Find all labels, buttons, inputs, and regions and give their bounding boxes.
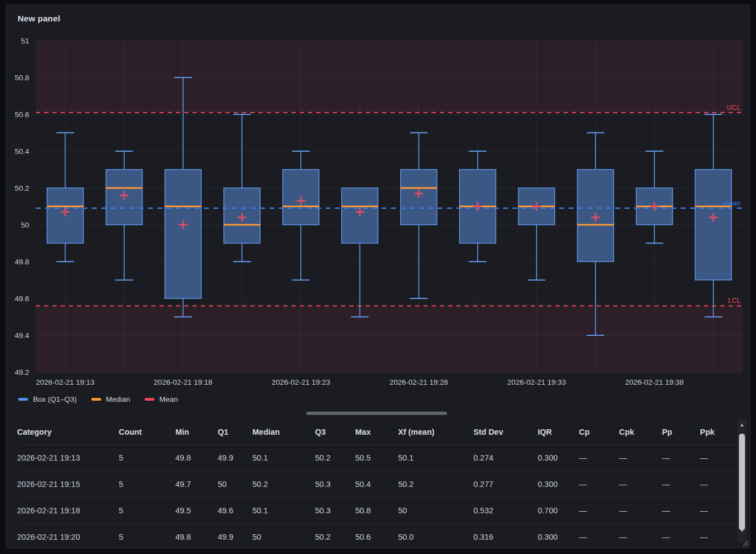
y-axis-tick-label: 50.2 — [15, 184, 29, 192]
table-cell: 0.277 — [473, 471, 538, 497]
column-header[interactable]: Median — [252, 419, 315, 445]
table-cell: 2026-02-21 19:18 — [17, 497, 119, 524]
legend-item-mean[interactable]: Mean — [145, 395, 178, 403]
legend-label-mean: Mean — [159, 395, 178, 403]
x-axis-tick-label: 2026-02-21 19:13 — [36, 378, 95, 386]
table-cell: — — [619, 445, 662, 471]
scroll-down-icon[interactable]: ▼ — [737, 526, 747, 535]
table-cell: 50.0 — [398, 524, 473, 548]
table-cell: 50.2 — [252, 471, 315, 497]
column-header[interactable]: Cpk — [619, 419, 662, 445]
lcl-zone — [36, 306, 743, 372]
column-header[interactable]: Max — [355, 419, 398, 445]
box-group[interactable] — [341, 188, 378, 317]
table-cell: 0.300 — [538, 471, 579, 497]
table-cell: 5 — [119, 497, 175, 524]
box-group[interactable] — [47, 133, 84, 262]
table-row: 2026-02-21 19:18549.549.650.150.350.8500… — [17, 497, 737, 524]
table-cell: — — [579, 524, 619, 548]
table-cell: — — [700, 471, 737, 497]
ucl-label: UCL — [727, 104, 741, 112]
table-cell: — — [579, 471, 619, 497]
y-axis-tick-label: 49.4 — [15, 331, 30, 340]
table-cell: 50.2 — [398, 471, 473, 497]
table-header-row: CategoryCountMinQ1MedianQ3MaxXf (mean)St… — [17, 419, 737, 445]
column-header[interactable]: Xf (mean) — [398, 419, 473, 445]
y-axis-tick-label: 49.6 — [15, 295, 29, 303]
table-cell: — — [579, 445, 619, 471]
column-header[interactable]: Category — [17, 419, 119, 445]
scroll-up-icon[interactable]: ▲ — [737, 420, 747, 429]
boxplot-chart: 5150.850.650.450.25049.849.649.449.2UCLL… — [6, 5, 751, 393]
y-axis-tick-label: 50.8 — [15, 74, 29, 82]
table-cell: 5 — [119, 445, 175, 471]
x-axis-tick-label: 2026-02-21 19:18 — [154, 378, 213, 386]
boxplot-svg: 5150.850.650.450.25049.849.649.449.2UCLL… — [6, 5, 751, 393]
box-group[interactable] — [283, 151, 319, 280]
table-cell: — — [619, 524, 662, 548]
table-cell: 50 — [252, 524, 315, 548]
ucl-zone — [36, 41, 743, 113]
table-cell: 50.5 — [355, 445, 398, 471]
table-cell: 50.1 — [252, 445, 315, 471]
table-cell: 49.8 — [175, 445, 218, 471]
table-cell: 0.532 — [473, 497, 538, 524]
table-cell: — — [619, 471, 662, 497]
table-cell: 0.300 — [538, 445, 579, 471]
y-axis-tick-label: 51 — [21, 37, 29, 45]
table-cell: 50 — [398, 497, 473, 524]
mean-label: mean — [724, 200, 741, 207]
table-cell: 50.2 — [315, 524, 355, 548]
table-cell: 50.1 — [398, 445, 473, 471]
column-header[interactable]: Std Dev — [473, 419, 538, 445]
column-header[interactable]: Ppk — [700, 419, 737, 445]
table-cell: — — [662, 524, 700, 548]
table-cell: — — [662, 471, 700, 497]
x-axis-tick-label: 2026-02-21 19:28 — [389, 378, 448, 386]
column-header[interactable]: IQR — [538, 419, 579, 445]
column-header[interactable]: Cp — [579, 419, 619, 445]
table-cell: 50.2 — [315, 445, 355, 471]
panel-resize-handle[interactable] — [741, 539, 749, 547]
stats-table: CategoryCountMinQ1MedianQ3MaxXf (mean)St… — [17, 419, 737, 548]
table-cell: 49.9 — [218, 524, 252, 548]
column-header[interactable]: Q1 — [218, 419, 252, 445]
x-axis-tick-label: 2026-02-21 19:23 — [272, 378, 330, 386]
column-header[interactable]: Count — [119, 419, 175, 445]
column-header[interactable]: Pp — [662, 419, 700, 445]
legend-item-box[interactable]: Box (Q1–Q3) — [18, 395, 77, 403]
box-group[interactable] — [106, 151, 142, 280]
column-header[interactable]: Q3 — [315, 419, 355, 445]
table-vertical-scrollbar[interactable]: ▲ ▼ — [737, 419, 747, 542]
table-cell: 49.5 — [175, 497, 218, 524]
table-cell: — — [619, 497, 662, 524]
table-row: 2026-02-21 19:20549.849.95050.250.650.00… — [17, 524, 737, 548]
box-group[interactable] — [165, 77, 201, 317]
column-header[interactable]: Min — [175, 419, 218, 445]
table-row: 2026-02-21 19:15549.75050.250.350.450.20… — [17, 471, 737, 497]
table-cell: 50.3 — [315, 471, 355, 497]
legend-swatch-median — [91, 398, 101, 401]
box-rect — [165, 170, 201, 299]
table-cell: 5 — [119, 524, 175, 548]
box-group[interactable] — [636, 151, 672, 243]
legend-label-median: Median — [106, 395, 130, 403]
table-cell: 2026-02-21 19:15 — [17, 471, 119, 497]
box-group[interactable] — [577, 133, 614, 336]
table-horizontal-scrollbar-thumb[interactable] — [306, 412, 447, 415]
table-cell: 50 — [218, 471, 252, 497]
chart-legend: Box (Q1–Q3) Median Mean — [18, 393, 178, 405]
legend-item-median[interactable]: Median — [91, 395, 130, 403]
table-cell: 50.1 — [252, 497, 315, 524]
box-group[interactable] — [518, 188, 555, 280]
table-cell: — — [579, 497, 619, 524]
vertical-scrollbar-thumb[interactable] — [739, 434, 745, 530]
table-cell: 50.3 — [315, 497, 355, 524]
table-cell: 2026-02-21 19:20 — [17, 524, 119, 548]
x-axis-tick-label: 2026-02-21 19:33 — [507, 378, 566, 386]
y-axis-tick-label: 50.4 — [15, 147, 30, 156]
box-group[interactable] — [224, 114, 260, 262]
lcl-label: LCL — [728, 297, 741, 304]
box-group[interactable] — [401, 133, 437, 299]
y-axis-tick-label: 49.2 — [15, 368, 29, 376]
